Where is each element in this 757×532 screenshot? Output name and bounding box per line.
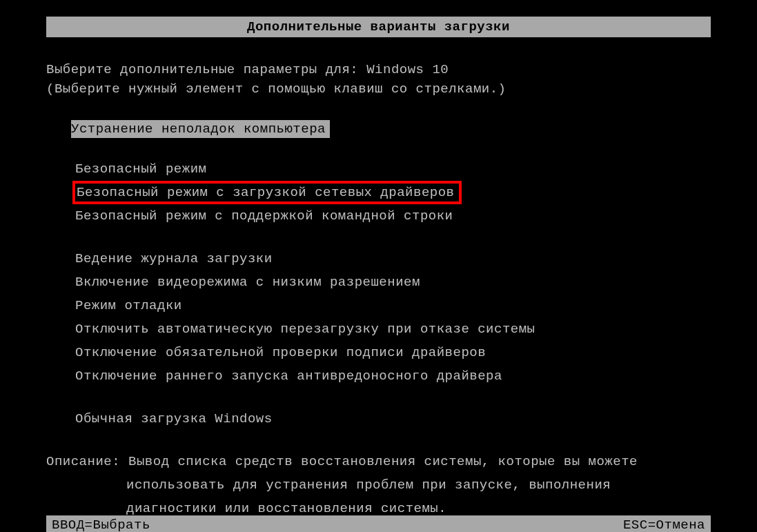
selected-option-wrapper[interactable]: Устранение неполадок компьютера bbox=[46, 97, 711, 138]
menu-item-debug-mode[interactable]: Режим отладки bbox=[75, 294, 711, 317]
menu-item-start-normally[interactable]: Обычная загрузка Windows bbox=[75, 407, 711, 431]
prompt-label: Выберите дополнительные параметры для: bbox=[46, 62, 366, 77]
footer-bar: ВВОД=Выбрать ESC=Отмена bbox=[46, 515, 711, 532]
footer-enter: ВВОД=Выбрать bbox=[52, 518, 150, 532]
description-line-3: диагностики или восстановления системы. bbox=[126, 501, 446, 516]
hint-line: (Выберите нужный элемент с помощью клави… bbox=[46, 81, 711, 97]
title-text: Дополнительные варианты загрузки bbox=[247, 19, 510, 35]
description-block: Описание: Вывод списка средств восстанов… bbox=[46, 450, 711, 520]
description-label: Описание: bbox=[46, 454, 128, 469]
menu-item-safe-mode-networking: Безопасный режим с загрузкой сетевых дра… bbox=[72, 181, 462, 204]
title-bar: Дополнительные варианты загрузки bbox=[46, 17, 711, 37]
selected-option: Устранение неполадок компьютера bbox=[71, 120, 330, 138]
hint-text: (Выберите нужный элемент с помощью клави… bbox=[46, 81, 507, 97]
footer-esc: ESC=Отмена bbox=[623, 518, 705, 532]
menu-item-disable-driver-signature[interactable]: Отключение обязательной проверки подписи… bbox=[75, 341, 711, 364]
menu-item-safe-mode-command[interactable]: Безопасный режим с поддержкой командной … bbox=[75, 204, 711, 228]
menu-item-safe-mode[interactable]: Безопасный режим bbox=[75, 157, 711, 181]
menu-group-normal: Обычная загрузка Windows bbox=[46, 407, 711, 431]
menu-group-advanced: Ведение журнала загрузки Включение видео… bbox=[46, 247, 711, 388]
description-line-2: использовать для устранения проблем при … bbox=[126, 477, 611, 493]
menu-item-disable-antimalware[interactable]: Отключение раннего запуска антивредоносн… bbox=[75, 364, 711, 388]
prompt-os: Windows 10 bbox=[366, 62, 449, 77]
menu-group-safe-mode: Безопасный режим Безопасный режим с загр… bbox=[46, 157, 711, 228]
menu-item-boot-log[interactable]: Ведение журнала загрузки bbox=[75, 247, 711, 270]
menu-item-safe-mode-networking-wrapper[interactable]: Безопасный режим с загрузкой сетевых дра… bbox=[46, 181, 711, 204]
menu-item-disable-auto-restart[interactable]: Отключить автоматическую перезагрузку пр… bbox=[75, 317, 711, 341]
description-line-1: Вывод списка средств восстановления сист… bbox=[128, 454, 638, 469]
prompt-line: Выберите дополнительные параметры для: W… bbox=[46, 62, 711, 77]
menu-item-low-res-video[interactable]: Включение видеорежима с низким разрешени… bbox=[75, 270, 711, 294]
